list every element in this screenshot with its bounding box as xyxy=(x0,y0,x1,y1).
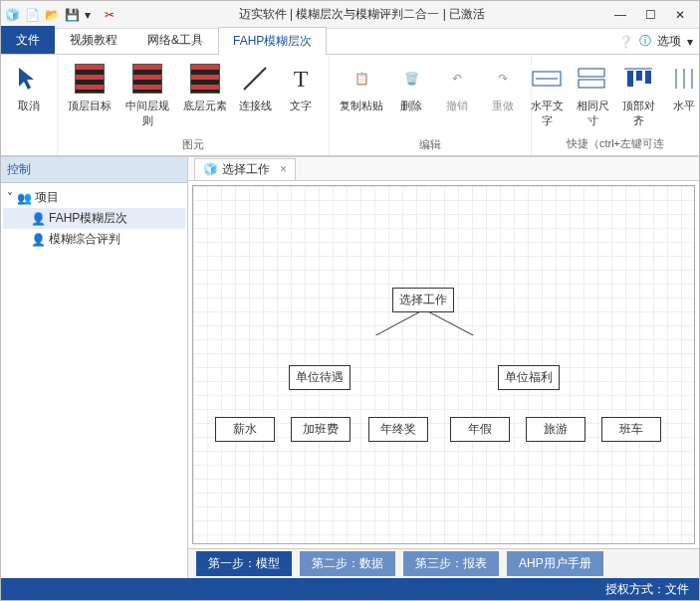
step-report-button[interactable]: 第三步：报表 xyxy=(403,551,499,576)
arrow-cursor-icon xyxy=(11,61,47,97)
horizontal-text-button[interactable]: 水平文字 xyxy=(527,59,567,130)
tree-item-fuzzy-eval[interactable]: 👤 模糊综合评判 xyxy=(3,229,185,250)
expand-icon[interactable]: ˅ xyxy=(7,191,13,205)
undo-icon: ↶ xyxy=(439,61,475,97)
node-l2-2[interactable]: 年终奖 xyxy=(368,417,428,442)
step-manual-button[interactable]: AHP用户手册 xyxy=(507,551,603,576)
person-icon: 👤 xyxy=(31,233,45,247)
dropdown-icon[interactable]: ▾ xyxy=(85,8,99,22)
same-size-icon xyxy=(575,61,610,97)
save-icon[interactable]: 💾 xyxy=(65,8,79,22)
shortcut-note: 快捷（ctrl+左键可连 xyxy=(563,134,668,153)
delete-button[interactable]: 🗑️删除 xyxy=(391,59,431,115)
svg-rect-3 xyxy=(579,69,604,77)
svg-rect-7 xyxy=(636,71,642,81)
group-icon: 👥 xyxy=(17,191,31,205)
document-tab-label: 选择工作 xyxy=(222,161,270,178)
svg-line-13 xyxy=(424,309,492,335)
tree-item-label: FAHP模糊层次 xyxy=(49,210,127,227)
tools-icon[interactable]: ✂ xyxy=(105,8,118,22)
group-elements-label: 图元 xyxy=(182,136,204,153)
node-l1-0[interactable]: 单位待遇 xyxy=(289,365,350,390)
node-l2-3[interactable]: 年假 xyxy=(450,417,510,442)
svg-rect-4 xyxy=(579,80,604,88)
help-icon[interactable]: ❔ xyxy=(618,35,633,49)
copy-paste-button[interactable]: 📋复制粘贴 xyxy=(338,59,385,115)
window-title: 迈实软件 | 模糊层次与模糊评判二合一 | 已激活 xyxy=(118,6,605,23)
person-icon: 👤 xyxy=(31,212,45,226)
node-l1-1[interactable]: 单位福利 xyxy=(498,365,560,390)
top-goal-button[interactable]: 顶层目标 xyxy=(66,59,114,115)
tree-root-label: 项目 xyxy=(35,189,59,206)
connector-button[interactable]: 连接线 xyxy=(235,59,275,115)
sidebar-header: 控制 xyxy=(1,157,187,183)
node-l2-5[interactable]: 班车 xyxy=(601,417,661,442)
svg-rect-8 xyxy=(645,71,651,84)
text-button[interactable]: T文字 xyxy=(281,59,321,115)
text-icon: T xyxy=(283,61,319,97)
svg-rect-6 xyxy=(627,71,633,87)
mid-rule-button[interactable]: 中间层规则 xyxy=(119,59,175,130)
open-icon[interactable]: 📂 xyxy=(45,8,59,22)
node-l2-0[interactable]: 薪水 xyxy=(215,417,275,442)
tree-root[interactable]: ˅ 👥 项目 xyxy=(3,187,185,208)
redo-button[interactable]: ↷重做 xyxy=(483,59,523,115)
undo-button[interactable]: ↶撤销 xyxy=(437,59,477,115)
step-data-button[interactable]: 第二步：数据 xyxy=(300,551,395,576)
redo-icon: ↷ xyxy=(485,61,521,97)
diagram-canvas[interactable]: 选择工作 单位待遇 单位福利 薪水 加班费 年终奖 年假 旅游 班车 xyxy=(193,186,694,543)
tab-video-tutorial[interactable]: 视频教程 xyxy=(55,26,132,54)
maximize-button[interactable]: ☐ xyxy=(635,3,665,27)
node-l2-4[interactable]: 旅游 xyxy=(526,417,585,442)
stripes-icon xyxy=(190,64,220,94)
tab-fahp[interactable]: FAHP模糊层次 xyxy=(218,27,327,55)
node-l2-1[interactable]: 加班费 xyxy=(291,417,350,442)
diagram-edges xyxy=(193,186,492,335)
stripes-icon xyxy=(132,64,162,94)
tab-close-icon[interactable]: × xyxy=(280,162,287,176)
info-icon[interactable]: ⓘ xyxy=(639,33,651,50)
trash-icon: 🗑️ xyxy=(393,61,429,97)
cancel-button[interactable]: 取消 xyxy=(9,59,49,115)
clipboard-icon: 📋 xyxy=(344,61,379,97)
svg-line-0 xyxy=(244,68,266,90)
document-tab[interactable]: 🧊 选择工作 × xyxy=(194,158,296,180)
step-model-button[interactable]: 第一步：模型 xyxy=(196,551,292,576)
line-icon xyxy=(237,61,273,97)
halign-icon xyxy=(666,61,699,97)
tree-item-fahp[interactable]: 👤 FAHP模糊层次 xyxy=(3,208,185,229)
options-label[interactable]: 选项 xyxy=(657,33,681,50)
top-align-button[interactable]: 顶部对齐 xyxy=(618,59,658,130)
app-icon: 🧊 xyxy=(5,8,19,22)
close-button[interactable]: ✕ xyxy=(665,3,695,27)
same-size-button[interactable]: 相同尺寸 xyxy=(573,59,612,130)
cube-icon: 🧊 xyxy=(203,162,218,176)
horizontal-align-button[interactable]: 水平 xyxy=(664,59,699,115)
stripes-icon xyxy=(75,64,105,94)
node-root[interactable]: 选择工作 xyxy=(392,288,454,312)
new-icon[interactable]: 📄 xyxy=(25,8,39,22)
tab-file[interactable]: 文件 xyxy=(1,26,55,54)
tree-item-label: 模糊综合评判 xyxy=(49,231,120,248)
top-align-icon xyxy=(620,61,656,97)
tab-network-tools[interactable]: 网络&工具 xyxy=(132,26,218,54)
minimize-button[interactable]: — xyxy=(605,3,635,27)
status-license: 授权方式：文件 xyxy=(605,581,689,598)
bot-elem-button[interactable]: 底层元素 xyxy=(181,59,229,115)
htext-icon xyxy=(529,61,565,97)
group-edit-label: 编辑 xyxy=(419,136,441,153)
svg-line-12 xyxy=(321,309,424,335)
options-dropdown-icon[interactable]: ▾ xyxy=(687,35,693,49)
